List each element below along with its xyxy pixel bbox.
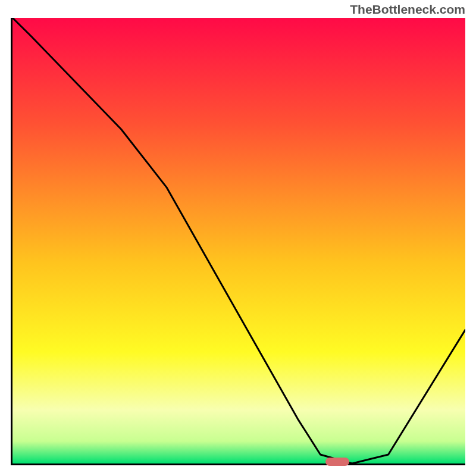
curve-layer — [12, 18, 465, 464]
optimal-marker — [325, 458, 349, 466]
bottleneck-curve — [12, 18, 465, 464]
watermark-text: TheBottleneck.com — [350, 2, 465, 17]
plot-area — [11, 18, 465, 465]
